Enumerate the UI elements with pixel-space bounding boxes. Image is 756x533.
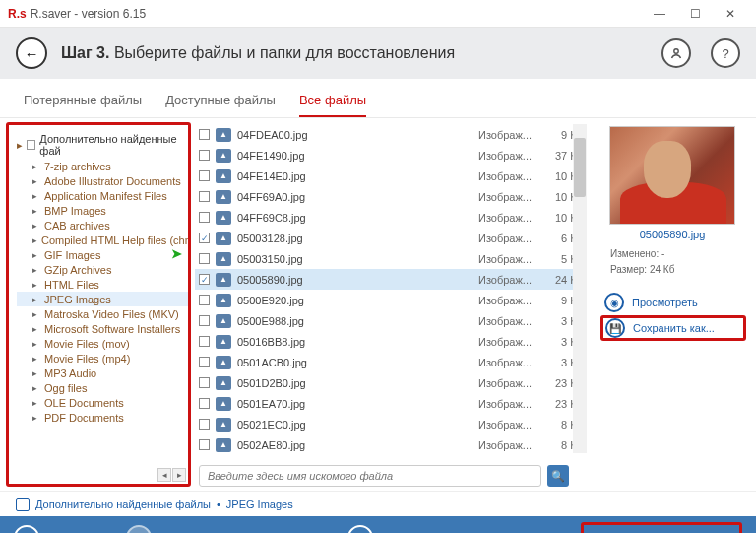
view-button[interactable]: ◉ Просмотреть [604, 290, 746, 315]
tree-item[interactable]: ▸Movie Files (mov) [17, 336, 188, 351]
file-row[interactable]: ▲0502AE80.jpgИзображ...8 Кб [195, 434, 587, 455]
file-checkbox[interactable] [199, 336, 210, 347]
file-row[interactable]: ▲04FE1490.jpgИзображ...37 Кб [195, 145, 587, 166]
maximize-icon[interactable]: ☐ [677, 4, 713, 24]
save-icon: 💾 [605, 318, 625, 338]
tree-scrollbar[interactable]: ◂▸ [158, 468, 186, 482]
tree-item[interactable]: ▸Adobe Illustrator Documents [17, 173, 188, 188]
file-checkbox[interactable] [199, 212, 210, 223]
file-type: Изображ... [478, 253, 534, 265]
file-type: Изображ... [478, 377, 534, 389]
file-checkbox[interactable] [199, 150, 210, 161]
tree-item[interactable]: ▸BMP Images [17, 203, 188, 218]
folder-tree[interactable]: ▸ Дополнительно найденные фай ▸7-zip arc… [6, 122, 191, 487]
file-row[interactable]: ▲05003150.jpgИзображ...5 Кб [195, 248, 587, 269]
close-icon[interactable]: ✕ [713, 4, 748, 24]
file-name: 0501D2B0.jpg [237, 377, 472, 389]
encoding-icon: Аß [126, 525, 152, 533]
file-name: 0501EA70.jpg [237, 398, 472, 410]
search-input[interactable] [199, 465, 541, 487]
file-checkbox[interactable]: ✓ [199, 233, 210, 243]
tree-item[interactable]: ▸GIF Images [17, 247, 188, 262]
file-checkbox[interactable] [199, 191, 210, 202]
close-wizard-button[interactable]: ✕ Закрыть Помощник [347, 525, 477, 533]
file-row[interactable]: ▲05021EC0.jpgИзображ...8 Кб [195, 414, 587, 434]
restore-selected-button[interactable]: Восстановить выбранное [581, 522, 742, 533]
tree-item[interactable]: ▸GZip Archives [17, 262, 188, 277]
tree-item[interactable]: ▸OLE Documents [17, 395, 188, 410]
tab-lost-files[interactable]: Потерянные файлы [24, 93, 142, 117]
file-checkbox[interactable]: ✓ [199, 274, 210, 285]
tree-item[interactable]: ▸JPEG Images [17, 292, 188, 306]
file-row[interactable]: ✓▲05005890.jpgИзображ...24 Кб [195, 269, 587, 290]
file-row[interactable]: ▲0501D2B0.jpgИзображ...23 Кб [195, 372, 587, 393]
arrow-annotation: ➤ [171, 246, 182, 261]
tree-item[interactable]: ▸Ogg files [17, 380, 188, 395]
tree-item[interactable]: ▸PDF Documents [17, 410, 188, 425]
wizard-header: ← Шаг 3. Выберите файлы и папки для восс… [0, 28, 756, 79]
file-name: 04FE14E0.jpg [237, 170, 472, 182]
file-type: Изображ... [478, 129, 534, 141]
tree-item[interactable]: ▸HTML Files [17, 277, 188, 292]
image-icon: ▲ [216, 335, 231, 349]
save-as-button[interactable]: 💾 Сохранить как... [600, 315, 746, 341]
file-row[interactable]: ▲05016BB8.jpgИзображ...3 Кб [195, 331, 587, 352]
file-row[interactable]: ▲04FDEA00.jpgИзображ...9 Кб [195, 124, 587, 145]
tree-item[interactable]: ▸Movie Files (mp4) [17, 351, 188, 366]
file-type: Изображ... [478, 398, 534, 410]
tree-item[interactable]: ▸Matroska Video Files (MKV) [17, 306, 188, 321]
tree-item[interactable]: ▸CAB archives [17, 218, 188, 233]
tree-item[interactable]: ▸Compiled HTML Help files (chm) [17, 233, 188, 247]
tree-root[interactable]: ▸ Дополнительно найденные фай [17, 131, 188, 159]
file-row[interactable]: ▲0501EA70.jpgИзображ...23 Кб [195, 393, 587, 414]
breadcrumb[interactable]: Дополнительно найденные файлы • JPEG Ima… [0, 491, 756, 516]
file-checkbox[interactable] [199, 439, 210, 450]
file-checkbox[interactable] [199, 357, 210, 367]
file-checkbox[interactable] [199, 295, 210, 305]
file-type: Изображ... [478, 336, 534, 348]
file-name: 05003150.jpg [237, 253, 472, 265]
file-checkbox[interactable] [199, 315, 210, 326]
select-all-button[interactable]: ☑ Выбрать всё [14, 525, 110, 533]
file-row[interactable]: ▲04FF69A0.jpgИзображ...10 Кб [195, 186, 587, 207]
file-name: 0501ACB0.jpg [237, 357, 472, 368]
file-scrollbar[interactable] [573, 124, 587, 453]
step-title: Шаг 3. Выберите файлы и папки для восста… [61, 44, 455, 62]
tree-item[interactable]: ▸Application Manifest Files [17, 188, 188, 203]
image-icon: ▲ [216, 211, 231, 225]
user-icon[interactable] [662, 38, 691, 68]
file-row[interactable]: ▲0500E988.jpgИзображ...3 Кб [195, 310, 587, 331]
window-title: R.saver - version 6.15 [31, 7, 146, 21]
file-row[interactable]: ▲04FE14E0.jpgИзображ...10 Кб [195, 166, 587, 186]
file-row[interactable]: ▲0501ACB0.jpgИзображ...3 Кб [195, 352, 587, 372]
help-icon[interactable]: ? [711, 38, 740, 68]
tree-item[interactable]: ▸MP3 Audio [17, 366, 188, 380]
file-type: Изображ... [478, 419, 534, 431]
tab-available-files[interactable]: Доступные файлы [165, 93, 276, 117]
file-list[interactable]: ▲04FDEA00.jpgИзображ...9 Кб▲04FE1490.jpg… [195, 124, 587, 461]
image-icon: ▲ [216, 128, 231, 142]
image-icon: ▲ [216, 273, 231, 287]
file-checkbox[interactable] [199, 377, 210, 388]
file-type: Изображ... [478, 170, 534, 182]
image-icon: ▲ [216, 149, 231, 163]
file-row[interactable]: ✓▲05003128.jpgИзображ...6 Кб [195, 228, 587, 248]
image-icon: ▲ [216, 376, 231, 390]
file-checkbox[interactable] [199, 170, 210, 181]
file-name: 0500E920.jpg [237, 295, 472, 306]
file-checkbox[interactable] [199, 419, 210, 430]
search-button[interactable]: 🔍 [547, 465, 569, 487]
file-type: Изображ... [478, 191, 534, 203]
image-icon: ▲ [216, 438, 231, 452]
file-checkbox[interactable] [199, 398, 210, 409]
tree-item[interactable]: ▸Microsoft Software Installers [17, 321, 188, 336]
tab-all-files[interactable]: Все файлы [299, 93, 366, 117]
change-encoding-button[interactable]: Аß Изменить кодировку имён файлов [126, 525, 332, 533]
file-row[interactable]: ▲04FF69C8.jpgИзображ...10 Кб [195, 207, 587, 228]
file-checkbox[interactable] [199, 253, 210, 264]
back-button[interactable]: ← [16, 37, 47, 69]
file-row[interactable]: ▲0500E920.jpgИзображ...9 Кб [195, 290, 587, 310]
file-checkbox[interactable] [199, 129, 210, 140]
tree-item[interactable]: ▸7-zip archives [17, 159, 188, 173]
minimize-icon[interactable]: ― [642, 4, 677, 24]
